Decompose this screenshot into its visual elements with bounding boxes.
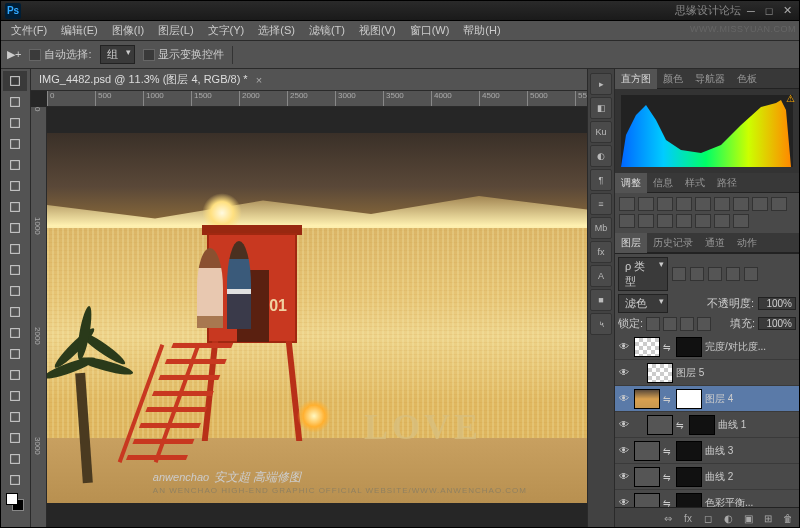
layer-thumb[interactable] (634, 337, 660, 357)
viewport[interactable]: 01 LOVE anwenchao 安文超 高端修图 AN WENCHAO HI… (47, 107, 587, 528)
lock-position-icon[interactable] (680, 317, 694, 331)
menu-1[interactable]: 编辑(E) (55, 21, 104, 40)
tab-close-icon[interactable]: × (256, 74, 262, 86)
dock-btn-3[interactable]: ◐ (590, 145, 612, 167)
dock-btn-10[interactable]: ५ (590, 313, 612, 335)
stamp-tool[interactable] (3, 239, 27, 259)
adjustment-preset-9[interactable] (619, 214, 635, 228)
tab-历史记录[interactable]: 历史记录 (647, 233, 699, 253)
layer-name[interactable]: 色彩平衡... (705, 496, 797, 508)
tab-调整[interactable]: 调整 (615, 173, 647, 193)
filter-smart-icon[interactable] (744, 267, 758, 281)
tab-通道[interactable]: 通道 (699, 233, 731, 253)
layer-thumb[interactable] (647, 415, 673, 435)
layer-thumb[interactable] (647, 363, 673, 383)
layer-name[interactable]: 曲线 1 (718, 418, 797, 432)
dock-btn-4[interactable]: ¶ (590, 169, 612, 191)
dock-btn-9[interactable]: ■ (590, 289, 612, 311)
adjustment-preset-15[interactable] (733, 214, 749, 228)
lock-transparent-icon[interactable] (646, 317, 660, 331)
adjustment-preset-13[interactable] (695, 214, 711, 228)
adjustment-preset-11[interactable] (657, 214, 673, 228)
layer-thumb[interactable] (676, 467, 702, 487)
type-tool[interactable] (3, 386, 27, 406)
filter-adj-icon[interactable] (690, 267, 704, 281)
menu-0[interactable]: 文件(F) (5, 21, 53, 40)
menu-5[interactable]: 选择(S) (252, 21, 301, 40)
layer-name[interactable]: 图层 4 (705, 392, 797, 406)
layer-name[interactable]: 曲线 2 (705, 470, 797, 484)
adjustment-preset-1[interactable] (638, 197, 654, 211)
eyedrop-tool[interactable] (3, 176, 27, 196)
layer-name[interactable]: 图层 5 (676, 366, 797, 380)
close-icon[interactable]: ✕ (779, 4, 795, 18)
adjustment-preset-3[interactable] (676, 197, 692, 211)
menu-6[interactable]: 滤镜(T) (303, 21, 351, 40)
maximize-icon[interactable]: □ (761, 4, 777, 18)
adjustment-preset-6[interactable] (733, 197, 749, 211)
layer-filter-dropdown[interactable]: ρ 类型 (618, 257, 668, 291)
new-fill-icon[interactable]: ◐ (721, 512, 735, 526)
dock-btn-8[interactable]: A (590, 265, 612, 287)
menu-7[interactable]: 视图(V) (353, 21, 402, 40)
dock-btn-5[interactable]: ≡ (590, 193, 612, 215)
fill-input[interactable]: 100% (758, 317, 796, 330)
adjustment-preset-10[interactable] (638, 214, 654, 228)
layer-thumb[interactable] (689, 415, 715, 435)
tab-信息[interactable]: 信息 (647, 173, 679, 193)
visibility-icon[interactable]: 👁 (617, 470, 631, 484)
layer-thumb[interactable] (634, 467, 660, 487)
hand-tool[interactable] (3, 449, 27, 469)
visibility-icon[interactable]: 👁 (617, 340, 631, 354)
histogram-warning-icon[interactable]: ⚠ (786, 93, 795, 104)
visibility-icon[interactable]: 👁 (617, 444, 631, 458)
visibility-icon[interactable]: 👁 (617, 392, 631, 406)
blend-mode-dropdown[interactable]: 滤色 (618, 294, 668, 313)
opacity-input[interactable]: 100% (758, 297, 796, 310)
visibility-icon[interactable]: 👁 (617, 418, 631, 432)
layer-fx-icon[interactable]: fx (681, 512, 695, 526)
dock-btn-0[interactable]: ▸ (590, 73, 612, 95)
wand-tool[interactable] (3, 134, 27, 154)
adjustment-preset-4[interactable] (695, 197, 711, 211)
adjustment-preset-14[interactable] (714, 214, 730, 228)
rect-tool[interactable] (3, 428, 27, 448)
pen-tool[interactable] (3, 365, 27, 385)
visibility-icon[interactable]: 👁 (617, 366, 631, 380)
layer-row[interactable]: 👁⇋完度/对比度... (615, 334, 799, 360)
lock-pixels-icon[interactable] (663, 317, 677, 331)
layer-row[interactable]: 👁⇋曲线 2 (615, 464, 799, 490)
move-tool-icon[interactable]: ▶+ (7, 48, 21, 61)
adjustment-preset-2[interactable] (657, 197, 673, 211)
adjustment-preset-7[interactable] (752, 197, 768, 211)
move-tool[interactable] (3, 71, 27, 91)
layer-thumb[interactable] (634, 441, 660, 461)
delete-layer-icon[interactable]: 🗑 (781, 512, 795, 526)
tab-色板[interactable]: 色板 (731, 69, 763, 89)
document-tab[interactable]: IMG_4482.psd @ 11.3% (图层 4, RGB/8) * × (31, 69, 587, 91)
dodge-tool[interactable] (3, 344, 27, 364)
brush-tool[interactable] (3, 218, 27, 238)
dock-btn-1[interactable]: ◧ (590, 97, 612, 119)
tab-动作[interactable]: 动作 (731, 233, 763, 253)
dock-btn-6[interactable]: Mb (590, 217, 612, 239)
layer-name[interactable]: 曲线 3 (705, 444, 797, 458)
eraser-tool[interactable] (3, 281, 27, 301)
visibility-icon[interactable]: 👁 (617, 496, 631, 508)
adjustment-preset-8[interactable] (771, 197, 787, 211)
blur-tool[interactable] (3, 323, 27, 343)
layer-row[interactable]: 👁⇋图层 4 (615, 386, 799, 412)
filter-type-icon[interactable] (708, 267, 722, 281)
lasso-tool[interactable] (3, 113, 27, 133)
tab-直方图[interactable]: 直方图 (615, 69, 657, 89)
gradient-tool[interactable] (3, 302, 27, 322)
new-layer-icon[interactable]: ⊞ (761, 512, 775, 526)
dock-btn-7[interactable]: fx (590, 241, 612, 263)
path-tool[interactable] (3, 407, 27, 427)
layer-row[interactable]: 👁⇋曲线 1 (615, 412, 799, 438)
filter-pixel-icon[interactable] (672, 267, 686, 281)
show-transform-checkbox[interactable] (143, 49, 155, 61)
marquee-tool[interactable] (3, 92, 27, 112)
new-group-icon[interactable]: ▣ (741, 512, 755, 526)
tab-路径[interactable]: 路径 (711, 173, 743, 193)
